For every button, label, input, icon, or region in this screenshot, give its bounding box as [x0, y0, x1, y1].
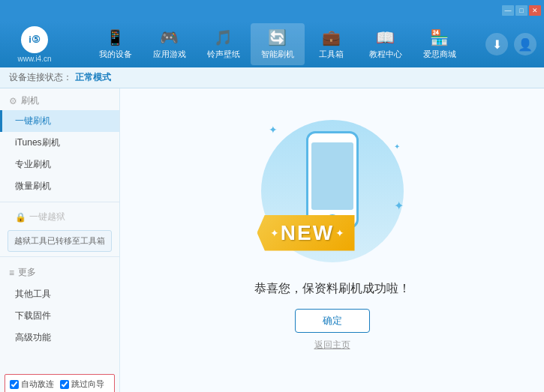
- nav-item-wallpaper[interactable]: 🎵 铃声壁纸: [197, 23, 251, 65]
- auto-connect-label: 自动敌连: [21, 379, 54, 390]
- sidebar-info-box: 越狱工具已转移至工具箱: [8, 230, 112, 252]
- nav-item-my-device[interactable]: 📱 我的设备: [89, 23, 143, 65]
- more-section-icon: ≡: [9, 268, 14, 278]
- minimize-button[interactable]: —: [502, 5, 514, 16]
- skip-wizard-checkbox-container[interactable]: 跳过向导: [60, 379, 104, 390]
- my-device-label: 我的设备: [99, 49, 132, 60]
- status-bar: 设备连接状态： 正常模式: [0, 67, 544, 88]
- banner-shape: ✦ NEW ✦: [257, 215, 355, 251]
- sidebar-divider-1: [0, 202, 119, 202]
- back-link[interactable]: 返回主页: [314, 339, 350, 352]
- flash-section-icon: ⚙: [9, 96, 17, 106]
- confirm-button[interactable]: 确定: [295, 309, 370, 333]
- download-button[interactable]: ⬇: [485, 33, 508, 55]
- lower-main: V7.98.66 客服 微信公众号 检查更新: [120, 371, 544, 392]
- logo-url: www.i4.cn: [17, 55, 51, 63]
- auto-connect-checkbox[interactable]: [10, 380, 19, 389]
- account-button[interactable]: 👤: [514, 33, 536, 55]
- window-controls: — □ ✕: [502, 5, 541, 16]
- more-section-label: 更多: [18, 266, 36, 279]
- phone-illustration: [306, 131, 359, 229]
- wallpaper-icon: 🎵: [214, 28, 233, 46]
- new-banner: ✦ NEW ✦: [257, 215, 355, 251]
- pro-flash-label: 专业刷机: [15, 159, 51, 169]
- flash-section-label: 刷机: [21, 94, 39, 107]
- nav-item-app-games[interactable]: 🎮 应用游戏: [143, 23, 197, 65]
- store-label: 爱思商城: [423, 49, 456, 60]
- auto-connect-checkbox-container[interactable]: 自动敌连: [10, 379, 54, 390]
- toolbox-label: 工具箱: [319, 49, 344, 60]
- flash-section-title: ⚙ 刷机: [0, 88, 119, 110]
- sparkle-icon-1: ✦: [269, 124, 278, 136]
- wallpaper-label: 铃声壁纸: [207, 49, 240, 60]
- nav-right: ⬇ 👤: [485, 33, 536, 55]
- sparkle-icon-3: ✦: [394, 199, 404, 213]
- lower-layout: 自动敌连 跳过向导 📱 iPhone 12 mini 64GB Down-12m…: [0, 371, 544, 392]
- nav-bar: i⑤ www.i4.cn 📱 我的设备 🎮 应用游戏 🎵 铃声壁纸 🔄 智能刷机…: [0, 21, 544, 67]
- phone-screen: [311, 142, 353, 210]
- logo[interactable]: i⑤ www.i4.cn: [8, 25, 62, 63]
- nav-item-store[interactable]: 🏪 爱思商城: [413, 23, 467, 65]
- app-games-label: 应用游戏: [153, 49, 186, 60]
- jailbreak-label: 一键越狱: [29, 211, 65, 223]
- sidebar: ⚙ 刷机 一键刷机 iTunes刷机 专业刷机 微量刷机 🔒 一键越狱 越狱工具…: [0, 88, 120, 371]
- smart-flash-label: 智能刷机: [261, 49, 294, 60]
- nav-item-toolbox[interactable]: 💼 工具箱: [305, 23, 359, 65]
- maximize-button[interactable]: □: [515, 5, 527, 16]
- save-flash-label: 微量刷机: [15, 181, 51, 191]
- sparkle-icon-2: ✦: [394, 142, 400, 151]
- sidebar-item-pro-flash[interactable]: 专业刷机: [0, 154, 119, 175]
- sidebar-divider-2: [0, 256, 119, 257]
- advanced-label: 高级功能: [15, 332, 51, 343]
- lower-main-space: [120, 371, 544, 392]
- star-right-icon: ✦: [335, 227, 344, 239]
- more-section-title: ≡ 更多: [0, 262, 119, 283]
- logo-icon: i⑤: [21, 26, 48, 53]
- nav-item-smart-flash[interactable]: 🔄 智能刷机: [251, 23, 305, 65]
- sidebar-item-save-flash[interactable]: 微量刷机: [0, 175, 119, 197]
- sidebar-item-download-firmware[interactable]: 下载固件: [0, 305, 119, 327]
- sidebar-item-itunes-flash[interactable]: iTunes刷机: [0, 132, 119, 154]
- smart-flash-icon: 🔄: [268, 28, 287, 46]
- skip-wizard-checkbox[interactable]: [60, 380, 69, 389]
- info-box-text: 越狱工具已转移至工具箱: [14, 236, 105, 245]
- status-label: 设备连接状态：: [9, 71, 72, 84]
- download-firmware-label: 下载固件: [15, 310, 51, 321]
- close-button[interactable]: ✕: [529, 5, 541, 16]
- nav-items: 📱 我的设备 🎮 应用游戏 🎵 铃声壁纸 🔄 智能刷机 💼 工具箱 📖 教程中心…: [69, 23, 485, 65]
- lower-sidebar: 自动敌连 跳过向导 📱 iPhone 12 mini 64GB Down-12m…: [0, 371, 120, 392]
- status-value: 正常模式: [75, 71, 111, 84]
- my-device-icon: 📱: [106, 28, 125, 46]
- app-games-icon: 🎮: [160, 28, 179, 46]
- toolbox-icon: 💼: [322, 28, 341, 46]
- one-click-flash-label: 一键刷机: [15, 115, 51, 126]
- content-area: ✦ ✦ ✦ ✦ NEW ✦ 恭喜您，保资料刷机成功啦！ 确定 返回主页: [120, 88, 544, 371]
- sidebar-item-jailbreak: 🔒 一键越狱: [0, 207, 119, 227]
- tutorials-icon: 📖: [376, 28, 395, 46]
- sidebar-item-one-click-flash[interactable]: 一键刷机: [0, 110, 119, 132]
- success-title: 恭喜您，保资料刷机成功啦！: [254, 281, 410, 297]
- itunes-flash-label: iTunes刷机: [15, 137, 60, 148]
- sidebar-item-advanced[interactable]: 高级功能: [0, 327, 119, 349]
- checkbox-container: 自动敌连 跳过向导: [5, 374, 115, 392]
- sidebar-item-other-tools[interactable]: 其他工具: [0, 283, 119, 305]
- success-illustration: ✦ ✦ ✦ ✦ NEW ✦: [250, 109, 415, 274]
- lock-icon: 🔒: [15, 212, 26, 223]
- new-badge-text: NEW: [281, 221, 334, 245]
- title-bar: — □ ✕: [0, 0, 544, 21]
- skip-wizard-label: 跳过向导: [71, 379, 104, 390]
- nav-item-tutorials[interactable]: 📖 教程中心: [359, 23, 413, 65]
- tutorials-label: 教程中心: [369, 49, 402, 60]
- main-layout: ⚙ 刷机 一键刷机 iTunes刷机 专业刷机 微量刷机 🔒 一键越狱 越狱工具…: [0, 88, 544, 371]
- star-left-icon: ✦: [270, 227, 279, 239]
- store-icon: 🏪: [430, 28, 449, 46]
- other-tools-label: 其他工具: [15, 289, 51, 299]
